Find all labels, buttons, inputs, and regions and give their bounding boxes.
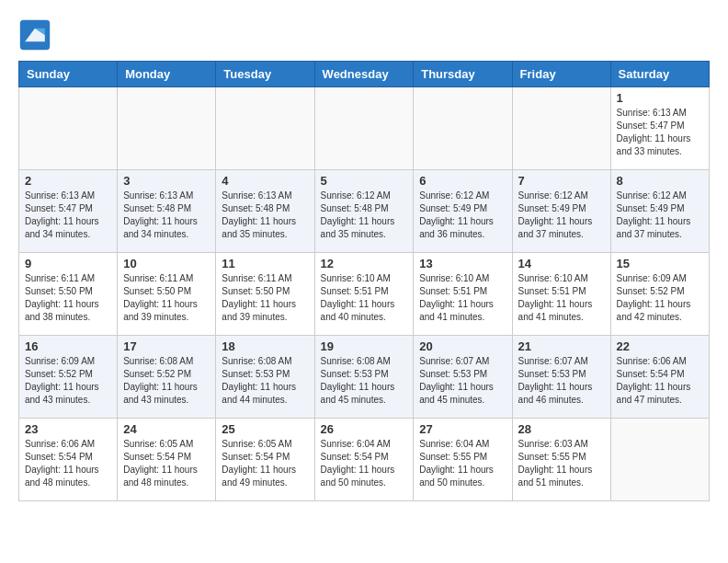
calendar-cell <box>216 87 314 170</box>
calendar-cell: 19Sunrise: 6:08 AM Sunset: 5:53 PM Dayli… <box>314 336 414 419</box>
day-info: Sunrise: 6:08 AM Sunset: 5:52 PM Dayligh… <box>123 355 210 407</box>
calendar-cell: 26Sunrise: 6:04 AM Sunset: 5:54 PM Dayli… <box>314 419 414 501</box>
weekday-header: Tuesday <box>216 62 314 87</box>
day-number: 20 <box>419 339 506 353</box>
calendar-cell: 27Sunrise: 6:04 AM Sunset: 5:55 PM Dayli… <box>414 419 512 501</box>
day-info: Sunrise: 6:12 AM Sunset: 5:49 PM Dayligh… <box>617 190 703 241</box>
day-info: Sunrise: 6:09 AM Sunset: 5:52 PM Dayligh… <box>617 272 703 324</box>
day-info: Sunrise: 6:11 AM Sunset: 5:50 PM Dayligh… <box>25 272 111 324</box>
day-info: Sunrise: 6:11 AM Sunset: 5:50 PM Dayligh… <box>222 272 308 324</box>
day-number: 19 <box>321 339 408 353</box>
day-info: Sunrise: 6:10 AM Sunset: 5:51 PM Dayligh… <box>419 272 506 324</box>
day-number: 5 <box>321 174 408 188</box>
day-number: 3 <box>123 174 210 188</box>
day-number: 7 <box>518 174 605 188</box>
logo-icon <box>18 18 51 52</box>
calendar-cell: 22Sunrise: 6:06 AM Sunset: 5:54 PM Dayli… <box>610 336 709 419</box>
day-info: Sunrise: 6:03 AM Sunset: 5:55 PM Dayligh… <box>518 438 605 489</box>
calendar-cell: 7Sunrise: 6:12 AM Sunset: 5:49 PM Daylig… <box>512 170 610 253</box>
calendar-week-row: 1Sunrise: 6:13 AM Sunset: 5:47 PM Daylig… <box>19 87 710 170</box>
calendar-cell: 4Sunrise: 6:13 AM Sunset: 5:48 PM Daylig… <box>216 170 314 253</box>
day-info: Sunrise: 6:05 AM Sunset: 5:54 PM Dayligh… <box>222 438 308 489</box>
day-number: 6 <box>419 174 506 188</box>
day-number: 28 <box>518 422 605 436</box>
page-header <box>18 18 710 52</box>
day-info: Sunrise: 6:06 AM Sunset: 5:54 PM Dayligh… <box>25 438 111 489</box>
day-number: 11 <box>222 257 308 270</box>
calendar-cell: 9Sunrise: 6:11 AM Sunset: 5:50 PM Daylig… <box>19 253 118 336</box>
weekday-header: Saturday <box>610 62 709 87</box>
day-info: Sunrise: 6:10 AM Sunset: 5:51 PM Dayligh… <box>321 272 408 324</box>
calendar-cell: 8Sunrise: 6:12 AM Sunset: 5:49 PM Daylig… <box>610 170 709 253</box>
calendar-cell <box>512 87 610 170</box>
calendar-week-row: 16Sunrise: 6:09 AM Sunset: 5:52 PM Dayli… <box>19 336 710 419</box>
calendar-cell: 2Sunrise: 6:13 AM Sunset: 5:47 PM Daylig… <box>19 170 118 253</box>
calendar-week-row: 23Sunrise: 6:06 AM Sunset: 5:54 PM Dayli… <box>19 419 710 501</box>
calendar-cell: 18Sunrise: 6:08 AM Sunset: 5:53 PM Dayli… <box>216 336 314 419</box>
calendar-cell <box>314 87 414 170</box>
day-number: 8 <box>617 174 703 188</box>
day-number: 23 <box>25 422 111 436</box>
weekday-header: Thursday <box>414 62 512 87</box>
calendar-cell: 25Sunrise: 6:05 AM Sunset: 5:54 PM Dayli… <box>216 419 314 501</box>
day-info: Sunrise: 6:08 AM Sunset: 5:53 PM Dayligh… <box>222 355 308 407</box>
day-info: Sunrise: 6:11 AM Sunset: 5:50 PM Dayligh… <box>123 272 210 324</box>
day-info: Sunrise: 6:10 AM Sunset: 5:51 PM Dayligh… <box>518 272 605 324</box>
weekday-header: Sunday <box>19 62 118 87</box>
calendar-cell: 17Sunrise: 6:08 AM Sunset: 5:52 PM Dayli… <box>118 336 216 419</box>
day-number: 12 <box>321 257 408 270</box>
calendar: SundayMondayTuesdayWednesdayThursdayFrid… <box>18 61 710 501</box>
day-number: 18 <box>222 339 308 353</box>
weekday-header: Wednesday <box>314 62 414 87</box>
calendar-cell: 5Sunrise: 6:12 AM Sunset: 5:48 PM Daylig… <box>314 170 414 253</box>
calendar-cell <box>414 87 512 170</box>
day-info: Sunrise: 6:07 AM Sunset: 5:53 PM Dayligh… <box>518 355 605 407</box>
day-number: 16 <box>25 339 111 353</box>
calendar-cell <box>610 419 709 501</box>
day-info: Sunrise: 6:04 AM Sunset: 5:55 PM Dayligh… <box>419 438 506 489</box>
day-info: Sunrise: 6:06 AM Sunset: 5:54 PM Dayligh… <box>617 355 703 407</box>
calendar-week-row: 9Sunrise: 6:11 AM Sunset: 5:50 PM Daylig… <box>19 253 710 336</box>
weekday-header: Friday <box>512 62 610 87</box>
day-info: Sunrise: 6:05 AM Sunset: 5:54 PM Dayligh… <box>123 438 210 489</box>
day-info: Sunrise: 6:13 AM Sunset: 5:47 PM Dayligh… <box>25 190 111 241</box>
day-number: 21 <box>518 339 605 353</box>
day-info: Sunrise: 6:12 AM Sunset: 5:49 PM Dayligh… <box>419 190 506 241</box>
day-number: 13 <box>419 257 506 270</box>
day-number: 15 <box>617 257 703 270</box>
calendar-cell: 3Sunrise: 6:13 AM Sunset: 5:48 PM Daylig… <box>118 170 216 253</box>
calendar-cell: 14Sunrise: 6:10 AM Sunset: 5:51 PM Dayli… <box>512 253 610 336</box>
day-number: 22 <box>617 339 703 353</box>
day-number: 9 <box>25 257 111 270</box>
calendar-cell <box>19 87 118 170</box>
day-info: Sunrise: 6:13 AM Sunset: 5:48 PM Dayligh… <box>123 190 210 241</box>
calendar-cell: 23Sunrise: 6:06 AM Sunset: 5:54 PM Dayli… <box>19 419 118 501</box>
calendar-cell: 13Sunrise: 6:10 AM Sunset: 5:51 PM Dayli… <box>414 253 512 336</box>
day-number: 17 <box>123 339 210 353</box>
day-info: Sunrise: 6:13 AM Sunset: 5:47 PM Dayligh… <box>617 107 703 158</box>
calendar-cell: 6Sunrise: 6:12 AM Sunset: 5:49 PM Daylig… <box>414 170 512 253</box>
day-number: 27 <box>419 422 506 436</box>
calendar-cell: 15Sunrise: 6:09 AM Sunset: 5:52 PM Dayli… <box>610 253 709 336</box>
calendar-cell: 12Sunrise: 6:10 AM Sunset: 5:51 PM Dayli… <box>314 253 414 336</box>
day-number: 25 <box>222 422 308 436</box>
day-number: 14 <box>518 257 605 270</box>
day-info: Sunrise: 6:12 AM Sunset: 5:49 PM Dayligh… <box>518 190 605 241</box>
day-number: 4 <box>222 174 308 188</box>
calendar-cell: 11Sunrise: 6:11 AM Sunset: 5:50 PM Dayli… <box>216 253 314 336</box>
day-number: 10 <box>123 257 210 270</box>
day-info: Sunrise: 6:04 AM Sunset: 5:54 PM Dayligh… <box>321 438 408 489</box>
calendar-cell: 21Sunrise: 6:07 AM Sunset: 5:53 PM Dayli… <box>512 336 610 419</box>
calendar-week-row: 2Sunrise: 6:13 AM Sunset: 5:47 PM Daylig… <box>19 170 710 253</box>
day-info: Sunrise: 6:12 AM Sunset: 5:48 PM Dayligh… <box>321 190 408 241</box>
calendar-cell: 10Sunrise: 6:11 AM Sunset: 5:50 PM Dayli… <box>118 253 216 336</box>
calendar-cell: 28Sunrise: 6:03 AM Sunset: 5:55 PM Dayli… <box>512 419 610 501</box>
calendar-cell: 1Sunrise: 6:13 AM Sunset: 5:47 PM Daylig… <box>610 87 709 170</box>
day-number: 24 <box>123 422 210 436</box>
day-number: 1 <box>617 91 703 105</box>
calendar-cell <box>118 87 216 170</box>
weekday-header-row: SundayMondayTuesdayWednesdayThursdayFrid… <box>19 62 710 87</box>
day-info: Sunrise: 6:07 AM Sunset: 5:53 PM Dayligh… <box>419 355 506 407</box>
day-info: Sunrise: 6:08 AM Sunset: 5:53 PM Dayligh… <box>321 355 408 407</box>
day-number: 2 <box>25 174 111 188</box>
